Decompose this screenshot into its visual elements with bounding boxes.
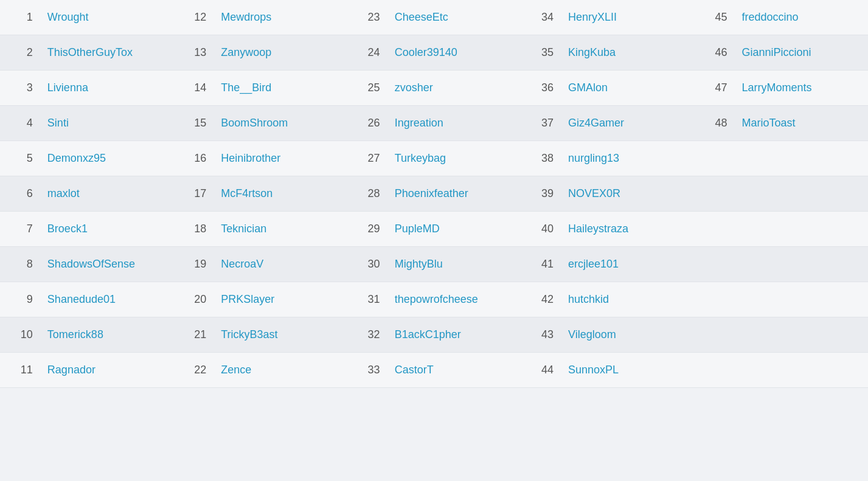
rank-number: 5	[0, 141, 40, 176]
table-row: 10Tomerick8821TrickyB3ast32B1ackC1pher43…	[0, 317, 868, 353]
table-row: 4Sinti15BoomShroom26Ingreation37Giz4Game…	[0, 106, 868, 141]
rank-number: 3	[0, 71, 40, 106]
rank-number: 32	[347, 317, 387, 353]
rank-number: 20	[173, 282, 214, 317]
username[interactable]	[734, 353, 868, 388]
username[interactable]	[734, 176, 868, 212]
rank-number: 16	[173, 141, 214, 176]
table-row: 5Demonxz9516Heinibrother27Turkeybag38nur…	[0, 141, 868, 176]
username[interactable]: Broeck1	[40, 212, 174, 247]
rank-number: 24	[347, 35, 387, 71]
rank-number	[695, 212, 735, 247]
rank-number: 33	[347, 353, 387, 388]
table-row: 6maxlot17McF4rtson28Phoenixfeather39NOVE…	[0, 176, 868, 212]
username[interactable]: Phoenixfeather	[387, 176, 521, 212]
username[interactable]: Ragnador	[40, 353, 174, 388]
username[interactable]: ercjlee101	[561, 247, 695, 282]
rank-number: 18	[173, 212, 214, 247]
rank-number	[695, 317, 735, 353]
username[interactable]: SunnoxPL	[561, 353, 695, 388]
username[interactable]: Mewdrops	[214, 0, 347, 35]
rank-number: 38	[521, 141, 561, 176]
username[interactable]: Cooler39140	[387, 35, 521, 71]
rank-number: 26	[347, 106, 387, 141]
username[interactable]: hutchkid	[561, 282, 695, 317]
username[interactable]: PRKSlayer	[214, 282, 347, 317]
username[interactable]: Wrought	[40, 0, 174, 35]
rank-number	[695, 176, 735, 212]
rank-number: 13	[173, 35, 214, 71]
username[interactable]	[734, 247, 868, 282]
rank-number: 31	[347, 282, 387, 317]
rank-number: 47	[695, 71, 735, 106]
username[interactable]	[734, 141, 868, 176]
username[interactable]: Zence	[214, 353, 347, 388]
rank-number: 29	[347, 212, 387, 247]
username[interactable]: PupleMD	[387, 212, 521, 247]
username[interactable]: Ingreation	[387, 106, 521, 141]
username[interactable]: maxlot	[40, 176, 174, 212]
rank-number: 14	[173, 71, 214, 106]
rank-number: 30	[347, 247, 387, 282]
rank-number: 34	[521, 0, 561, 35]
table-row: 8ShadowsOfSense19NecroaV30MightyBlu41erc…	[0, 247, 868, 282]
rank-number: 41	[521, 247, 561, 282]
username[interactable]: ThisOtherGuyTox	[40, 35, 174, 71]
username[interactable]: CastorT	[387, 353, 521, 388]
username[interactable]	[734, 282, 868, 317]
table-row: 7Broeck118Teknician29PupleMD40Haileystra…	[0, 212, 868, 247]
rank-number: 9	[0, 282, 40, 317]
username[interactable]: Heinibrother	[214, 141, 347, 176]
username[interactable]: MightyBlu	[387, 247, 521, 282]
username[interactable]: nurgling13	[561, 141, 695, 176]
username[interactable]: Turkeybag	[387, 141, 521, 176]
rank-number: 4	[0, 106, 40, 141]
username[interactable]: Teknician	[214, 212, 347, 247]
username[interactable]: freddoccino	[734, 0, 868, 35]
username[interactable]	[734, 317, 868, 353]
username[interactable]: thepowrofcheese	[387, 282, 521, 317]
username[interactable]: GMAlon	[561, 71, 695, 106]
rank-number: 40	[521, 212, 561, 247]
rank-number: 17	[173, 176, 214, 212]
username[interactable]: NOVEX0R	[561, 176, 695, 212]
username[interactable]: Sinti	[40, 106, 174, 141]
rank-number: 46	[695, 35, 735, 71]
username[interactable]: BoomShroom	[214, 106, 347, 141]
rank-number: 11	[0, 353, 40, 388]
username[interactable]: Vilegloom	[561, 317, 695, 353]
username[interactable]: TrickyB3ast	[214, 317, 347, 353]
rank-number: 1	[0, 0, 40, 35]
rank-number: 22	[173, 353, 214, 388]
username[interactable]: MarioToast	[734, 106, 868, 141]
rank-number	[695, 141, 735, 176]
username[interactable]: LarryMoments	[734, 71, 868, 106]
username[interactable]: HenryXLII	[561, 0, 695, 35]
username[interactable]: B1ackC1pher	[387, 317, 521, 353]
rank-number	[695, 247, 735, 282]
username[interactable]: ShadowsOfSense	[40, 247, 174, 282]
username[interactable]: Livienna	[40, 71, 174, 106]
username[interactable]: The__Bird	[214, 71, 347, 106]
rank-number: 10	[0, 317, 40, 353]
rank-number	[695, 353, 735, 388]
username[interactable]: Tomerick88	[40, 317, 174, 353]
username[interactable]: GianniPiccioni	[734, 35, 868, 71]
username[interactable]: zvosher	[387, 71, 521, 106]
table-row: 9Shanedude0120PRKSlayer31thepowrofcheese…	[0, 282, 868, 317]
username[interactable]: NecroaV	[214, 247, 347, 282]
username[interactable]: Zanywoop	[214, 35, 347, 71]
table-row: 1Wrought12Mewdrops23CheeseEtc34HenryXLII…	[0, 0, 868, 35]
rank-number: 21	[173, 317, 214, 353]
rank-number: 48	[695, 106, 735, 141]
rank-number: 42	[521, 282, 561, 317]
username[interactable]: Demonxz95	[40, 141, 174, 176]
username[interactable]	[734, 212, 868, 247]
username[interactable]: Haileystraza	[561, 212, 695, 247]
username[interactable]: McF4rtson	[214, 176, 347, 212]
username[interactable]: Giz4Gamer	[561, 106, 695, 141]
username[interactable]: CheeseEtc	[387, 0, 521, 35]
username[interactable]: Shanedude01	[40, 282, 174, 317]
rank-number: 39	[521, 176, 561, 212]
username[interactable]: KingKuba	[561, 35, 695, 71]
